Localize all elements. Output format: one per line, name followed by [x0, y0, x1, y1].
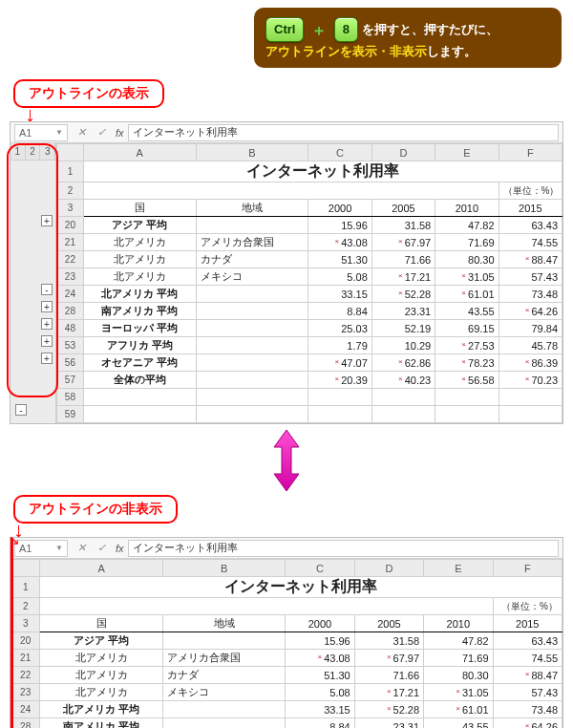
row-header[interactable]: 28	[11, 718, 40, 728]
cell-value[interactable]: 52.19	[371, 320, 435, 337]
row-header[interactable]: 21	[11, 650, 40, 667]
row-header[interactable]: 2	[57, 182, 84, 200]
cell-region[interactable]: カナダ	[162, 667, 285, 684]
cancel-icon[interactable]: ✕	[72, 126, 92, 139]
cell-value[interactable]: 64.26	[493, 718, 562, 728]
column-header[interactable]: C	[286, 560, 354, 577]
cell-value[interactable]: 61.01	[424, 701, 493, 718]
row-header[interactable]: 2	[11, 598, 40, 615]
cell-region[interactable]: アメリカ合衆国	[162, 650, 285, 667]
cell-region[interactable]	[196, 303, 308, 320]
cell-region[interactable]	[162, 632, 285, 650]
cell-value[interactable]: 23.31	[371, 303, 435, 320]
cell-value[interactable]: 74.55	[493, 650, 562, 667]
cell-value[interactable]: 74.55	[499, 234, 562, 251]
fx-icon[interactable]: fx	[112, 543, 128, 554]
cell-value[interactable]: 79.84	[499, 320, 562, 337]
cell-region[interactable]	[196, 372, 308, 389]
cell-value[interactable]: 43.55	[424, 718, 493, 728]
cell-value[interactable]: 31.58	[371, 217, 435, 234]
formula-input[interactable]: インターネット利用率	[128, 124, 559, 141]
outline-level-2[interactable]: 2	[26, 143, 41, 160]
row-header[interactable]: 22	[57, 251, 84, 268]
cell-value[interactable]: 43.08	[308, 234, 371, 251]
row-header[interactable]: 3	[11, 615, 40, 632]
cell-country[interactable]: 北アメリカ	[40, 667, 162, 684]
row-header[interactable]: 48	[57, 320, 84, 337]
chevron-down-icon[interactable]: ▼	[55, 128, 63, 137]
cell-value[interactable]: 20.39	[308, 372, 371, 389]
cell-value[interactable]: 25.03	[308, 320, 371, 337]
cell-region[interactable]: メキシコ	[162, 684, 285, 701]
cell-value[interactable]: 52.28	[354, 701, 423, 718]
cell-region[interactable]: アメリカ合衆国	[196, 234, 308, 251]
cell-country[interactable]: 北アメリカ	[40, 650, 162, 667]
row-header[interactable]: 3	[57, 200, 84, 217]
outline-collapse-button[interactable]: -	[41, 284, 53, 295]
row-header[interactable]: 23	[57, 268, 84, 286]
cell-value[interactable]: 17.21	[371, 268, 435, 286]
select-all-cell[interactable]	[11, 560, 40, 577]
column-header[interactable]: B	[162, 560, 285, 577]
cell-value[interactable]: 31.58	[354, 632, 423, 650]
column-header[interactable]: F	[493, 560, 562, 577]
worksheet[interactable]: ABCDEF 1インターネット利用率2（単位：%）3国地域20002005201…	[56, 143, 562, 423]
cell-value[interactable]: 63.43	[499, 217, 562, 234]
cell-region[interactable]	[196, 337, 308, 354]
row-header[interactable]: 24	[57, 286, 84, 303]
cell-value[interactable]: 71.66	[354, 667, 423, 684]
row-header[interactable]: 57	[57, 372, 84, 389]
cell-country[interactable]: アジア 平均	[83, 217, 196, 234]
cell-value[interactable]: 8.84	[308, 303, 371, 320]
column-header[interactable]: A	[40, 560, 162, 577]
cell-value[interactable]: 51.30	[286, 667, 354, 684]
column-header[interactable]: A	[83, 144, 196, 161]
cell-value[interactable]: 51.30	[308, 251, 371, 268]
fx-icon[interactable]: fx	[112, 127, 128, 139]
cell-region[interactable]: メキシコ	[196, 268, 308, 286]
cell-region[interactable]	[196, 286, 308, 303]
chevron-down-icon[interactable]: ▼	[55, 544, 63, 552]
cell-value[interactable]: 71.69	[435, 234, 499, 251]
row-header[interactable]: 59	[57, 406, 84, 423]
cell-value[interactable]: 88.47	[499, 251, 562, 268]
cell-value[interactable]: 73.48	[499, 286, 562, 303]
select-all-cell[interactable]	[57, 144, 84, 161]
cell-value[interactable]: 31.05	[435, 268, 499, 286]
cell-value[interactable]: 40.23	[371, 372, 435, 389]
cell-value[interactable]: 70.23	[499, 372, 562, 389]
cell-country[interactable]: 北アメリカ	[83, 251, 196, 268]
cell-value[interactable]: 64.26	[499, 303, 562, 320]
cell-region[interactable]	[196, 217, 308, 234]
outline-level-3[interactable]: 3	[40, 143, 55, 160]
cell-value[interactable]: 88.47	[493, 667, 562, 684]
cell-value[interactable]: 63.43	[493, 632, 562, 650]
row-header[interactable]: 22	[11, 667, 40, 684]
column-header[interactable]: D	[371, 144, 435, 161]
cell-value[interactable]: 78.23	[435, 354, 499, 372]
column-header[interactable]: D	[354, 560, 423, 577]
row-header[interactable]: 53	[57, 337, 84, 354]
cell-value[interactable]: 86.39	[499, 354, 562, 372]
cell-country[interactable]: 全体の平均	[83, 372, 196, 389]
cell-value[interactable]: 15.96	[286, 632, 354, 650]
worksheet[interactable]: ABCDEF 1インターネット利用率2（単位：%）3国地域20002005201…	[11, 559, 562, 728]
row-header[interactable]: 58	[57, 389, 84, 406]
cell-value[interactable]: 62.86	[371, 354, 435, 372]
name-box[interactable]: A1 ▼	[14, 124, 68, 141]
cell-value[interactable]: 27.53	[435, 337, 499, 354]
outline-expand-button[interactable]: +	[41, 215, 53, 226]
cell-value[interactable]: 33.15	[286, 701, 354, 718]
cell-value[interactable]: 61.01	[435, 286, 499, 303]
column-header[interactable]: E	[435, 144, 499, 161]
column-header[interactable]: F	[499, 144, 562, 161]
cell-value[interactable]: 10.29	[371, 337, 435, 354]
name-box[interactable]: A1 ▼	[14, 540, 68, 557]
column-header[interactable]: B	[196, 144, 308, 161]
cell-value[interactable]: 67.97	[371, 234, 435, 251]
cell-country[interactable]: 南アメリカ 平均	[40, 718, 162, 728]
row-header[interactable]: 20	[11, 632, 40, 650]
cell-value[interactable]: 23.31	[354, 718, 423, 728]
cell-value[interactable]: 71.66	[371, 251, 435, 268]
cancel-icon[interactable]: ✕	[72, 542, 92, 554]
